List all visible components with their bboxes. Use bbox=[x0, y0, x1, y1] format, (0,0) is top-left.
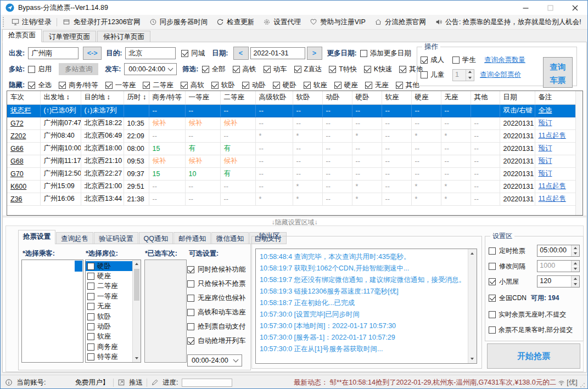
extra-checkbox-1[interactable]: 实时余票无座时,不提交 bbox=[489, 310, 566, 319]
seat-item-6[interactable]: 软卧 bbox=[86, 312, 132, 322]
remark-cell[interactable]: 全选 bbox=[535, 104, 575, 117]
spinner[interactable] bbox=[466, 70, 474, 81]
same-city-checkbox[interactable]: 同城 bbox=[181, 49, 205, 58]
seat-item-5[interactable]: 无座 bbox=[86, 302, 132, 312]
column-header[interactable]: 备注 bbox=[535, 91, 575, 104]
column-header[interactable]: 无座 bbox=[441, 91, 471, 104]
hide-checkbox-3[interactable]: 一等座 bbox=[105, 81, 136, 90]
column-header[interactable]: 硬卧 bbox=[352, 91, 382, 104]
seat-list-scrollbar[interactable] bbox=[132, 260, 141, 362]
log-scrollbar[interactable] bbox=[468, 249, 477, 363]
extra-checkbox-2[interactable]: 余票不足乘客时,部分提交 bbox=[489, 325, 573, 335]
remark-cell[interactable]: 11点起售 bbox=[535, 180, 575, 193]
filter-checkbox-2[interactable]: 高铁 bbox=[233, 65, 256, 74]
setting-input-2[interactable]: 1000 bbox=[537, 260, 580, 272]
toolbar-sponsor-vip[interactable]: 赞助与注册VIP bbox=[305, 18, 370, 27]
hide-checkbox-2[interactable]: 商务/特等 bbox=[59, 81, 98, 90]
seat-item-9[interactable]: 商务座 bbox=[86, 342, 132, 352]
seat-item-4[interactable]: 一等座 bbox=[86, 291, 132, 301]
column-header[interactable]: 商务/特等 bbox=[149, 91, 185, 104]
student-checkbox[interactable]: 学生 bbox=[452, 55, 476, 65]
setting-input-3[interactable]: 120 bbox=[537, 275, 580, 287]
grab-option-1[interactable]: 同时抢候补功能 bbox=[187, 265, 250, 274]
filter-checkbox-5[interactable]: T特快 bbox=[329, 65, 357, 74]
passenger-list[interactable] bbox=[21, 260, 83, 363]
maximize-button[interactable] bbox=[538, 1, 563, 15]
adult-checkbox[interactable]: 成人 bbox=[421, 55, 444, 65]
query-prices-link[interactable]: 查询全部票价 bbox=[480, 70, 521, 80]
toolbar-open-12306[interactable]: 免登录打开12306官网 bbox=[58, 18, 144, 27]
hide-checkbox-12[interactable]: 其他 bbox=[396, 81, 419, 90]
output-log[interactable]: 10:58:48:4 查询完毕，本次查询共用时:435毫秒。10:58:19:7… bbox=[255, 249, 477, 364]
remark-cell[interactable]: 预订 bbox=[535, 167, 575, 180]
setting-checkbox-3[interactable]: 小黑屋 bbox=[489, 277, 519, 286]
remark-cell[interactable]: 预订 bbox=[535, 155, 575, 167]
spinner[interactable] bbox=[571, 245, 579, 256]
remark-cell[interactable]: 预订 bbox=[535, 142, 575, 155]
setting-checkbox-2[interactable]: 修改间隔 bbox=[489, 262, 525, 271]
train-row-Z202[interactable]: Z202广州08:40北京西06:4922:09------**--*--**-… bbox=[7, 129, 575, 142]
hide-settings-separator[interactable]: ↓隐藏设置区域↓ bbox=[3, 216, 586, 225]
train-no-cell[interactable]: G68 bbox=[7, 155, 40, 167]
hide-checkbox-1[interactable]: 全选 bbox=[28, 81, 52, 90]
hide-checkbox-8[interactable]: 硬卧 bbox=[273, 81, 296, 90]
column-header[interactable]: 二等座 bbox=[220, 91, 255, 104]
page-tab-3[interactable]: 候补订单页面 bbox=[97, 31, 150, 42]
train-no-cell[interactable]: Z202 bbox=[7, 129, 40, 142]
column-header[interactable]: 出发地 ↕ bbox=[40, 91, 81, 104]
train-row-G70[interactable]: G70广州南12:50北京西22:2709:371510有-----------… bbox=[7, 167, 575, 180]
date-input[interactable]: 2022-01-31 bbox=[250, 47, 305, 59]
settings-tab-5[interactable]: 邮件通知 bbox=[173, 232, 211, 244]
spinner[interactable] bbox=[571, 276, 579, 287]
cdn-checkbox[interactable]: 全国CDN bbox=[489, 294, 527, 303]
settings-tab-1[interactable]: 抢票设置 bbox=[18, 230, 55, 244]
grab-option-2[interactable]: 只抢候补不抢票 bbox=[187, 279, 250, 289]
column-header[interactable]: 软卧 bbox=[293, 91, 322, 104]
train-no-cell[interactable]: K600 bbox=[7, 180, 40, 193]
hide-checkbox-10[interactable]: 硬座 bbox=[334, 81, 358, 90]
grab-option-4[interactable]: 高铁和动车选座 bbox=[187, 308, 250, 317]
hide-checkbox-7[interactable]: 动卧 bbox=[242, 81, 266, 90]
to-input[interactable]: 北京 bbox=[125, 47, 176, 59]
minimize-button[interactable] bbox=[513, 1, 538, 15]
seat-item-8[interactable]: 软座 bbox=[86, 332, 132, 342]
toolbar-logout-login[interactable]: 注销/登录 bbox=[7, 18, 55, 27]
spinner[interactable] bbox=[571, 261, 579, 272]
toolbar-official-site[interactable]: 分流抢票官网 bbox=[370, 18, 430, 27]
train-no-cell[interactable]: 状态栏 bbox=[7, 104, 40, 117]
remark-cell[interactable]: 11点起售 bbox=[535, 193, 575, 205]
prev-date-button[interactable]: < bbox=[233, 47, 249, 60]
scroll-thumb[interactable] bbox=[134, 269, 139, 301]
toolbar-sync-server-time[interactable]: 同步服务器时间 bbox=[145, 18, 212, 27]
resize-grip[interactable] bbox=[580, 382, 585, 387]
hide-checkbox-4[interactable]: 二等座 bbox=[143, 81, 173, 90]
seat-item-2[interactable]: 硬座 bbox=[86, 271, 132, 281]
child-count-stepper[interactable]: 1 bbox=[452, 69, 474, 81]
table-scrollbar[interactable] bbox=[575, 91, 583, 215]
seat-item-10[interactable]: 特等座 bbox=[86, 352, 132, 362]
from-input[interactable]: 广州南 bbox=[28, 47, 79, 59]
filter-checkbox-6[interactable]: K快速 bbox=[364, 65, 392, 74]
settings-tab-2[interactable]: 查询起售 bbox=[56, 232, 93, 244]
toolbar-set-proxy[interactable]: 设置代理 bbox=[259, 18, 305, 27]
setting-checkbox-1[interactable]: 定时抢票 bbox=[489, 246, 525, 256]
column-header[interactable]: 历时 ↕ bbox=[124, 91, 149, 104]
seat-item-3[interactable]: 二等座 bbox=[86, 281, 132, 291]
train-no-cell[interactable]: G66 bbox=[7, 142, 40, 155]
train-row-G72[interactable]: G72广州南07:47北京西18:2210:35候补候补候补----------… bbox=[7, 117, 575, 129]
filter-checkbox-4[interactable]: Z直达 bbox=[294, 65, 322, 74]
settings-tab-4[interactable]: QQ通知 bbox=[139, 232, 173, 244]
column-header[interactable]: 其他 bbox=[471, 91, 500, 104]
query-remaining-link[interactable]: 查询余票数量 bbox=[484, 55, 525, 65]
passenger-list-scroll-thumb[interactable] bbox=[75, 261, 82, 272]
next-date-button[interactable]: > bbox=[307, 47, 322, 60]
column-header[interactable]: 高级软卧 bbox=[255, 91, 293, 104]
settings-tab-3[interactable]: 验证码设置 bbox=[94, 232, 138, 244]
child-checkbox[interactable]: 儿童 bbox=[421, 70, 444, 80]
filter-checkbox-3[interactable]: 动车 bbox=[264, 65, 287, 74]
enable-multi-checkbox[interactable]: 启用 bbox=[28, 65, 52, 74]
remark-cell[interactable]: 11点起售 bbox=[535, 129, 575, 142]
grab-option-6[interactable]: 自动抢增开列车 bbox=[187, 336, 250, 346]
grab-option-5[interactable]: 抢到票自动支付 bbox=[187, 322, 250, 331]
toolbar-announcement[interactable]: 公告: 抢票靠的是坚持，放弃就是给别人机会! bbox=[430, 18, 586, 27]
